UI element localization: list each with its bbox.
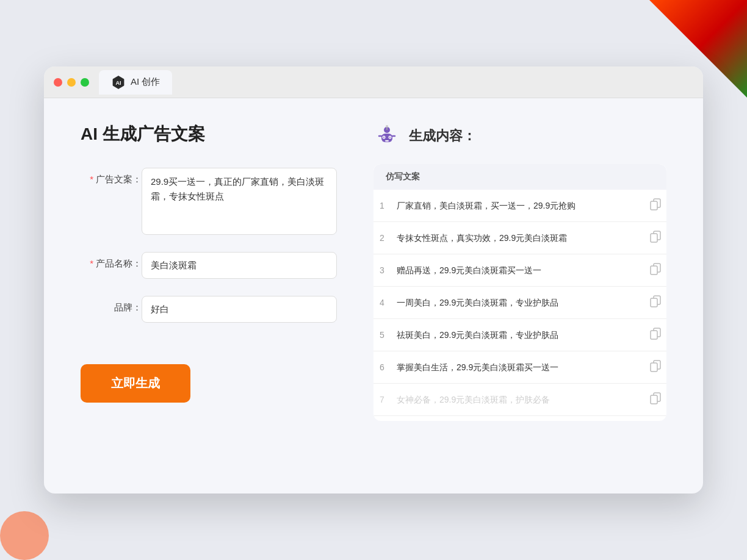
left-panel: AI 生成广告文案 *广告文案： *产品名称： 品牌： 立 <box>81 123 337 469</box>
svg-rect-24 <box>651 363 657 372</box>
maximize-button[interactable] <box>81 78 89 87</box>
svg-rect-20 <box>651 298 657 307</box>
ad-copy-label: *广告文案： <box>81 168 142 185</box>
ad-copy-required: * <box>90 174 93 184</box>
row-text: 女神必备，29.9元美白淡斑霜，护肤必备 <box>391 384 637 416</box>
svg-rect-16 <box>651 234 657 242</box>
svg-rect-14 <box>651 201 657 210</box>
copy-icon[interactable] <box>649 295 662 307</box>
copy-icon[interactable] <box>649 360 662 372</box>
copy-icon[interactable] <box>649 263 662 275</box>
result-row: 1厂家直销，美白淡斑霜，买一送一，29.9元抢购 <box>374 190 666 222</box>
row-text: 赠品再送，29.9元美白淡斑霜买一送一 <box>391 254 637 287</box>
minimize-button[interactable] <box>67 78 76 87</box>
product-name-required: * <box>90 258 93 268</box>
product-name-label: *产品名称： <box>81 252 142 270</box>
copy-icon[interactable] <box>649 231 662 243</box>
row-number: 6 <box>374 351 391 384</box>
result-row: 6掌握美白生活，29.9元美白淡斑霜买一送一 <box>374 351 666 384</box>
svg-point-7 <box>389 137 391 138</box>
browser-window: AI AI 创作 AI 生成广告文案 *广告文案： *产品名称： <box>44 66 703 494</box>
row-number: 1 <box>374 190 391 222</box>
robot-icon <box>374 123 400 149</box>
generate-button[interactable]: 立即生成 <box>81 364 190 403</box>
svg-rect-26 <box>651 395 657 404</box>
svg-text:AI: AI <box>116 79 121 85</box>
row-text: 专抹女性斑点，真实功效，29.9元美白淡斑霜 <box>391 222 637 254</box>
result-title: 生成内容： <box>409 127 476 145</box>
copy-icon[interactable] <box>649 328 662 340</box>
result-table: 1厂家直销，美白淡斑霜，买一送一，29.9元抢购 2专抹女性斑点，真实功效，29… <box>374 190 666 416</box>
close-button[interactable] <box>54 78 62 87</box>
result-row: 3赠品再送，29.9元美白淡斑霜买一送一 <box>374 254 666 287</box>
svg-rect-22 <box>651 331 657 339</box>
result-header: 生成内容： <box>374 123 666 149</box>
row-text: 祛斑美白，29.9元美白淡斑霜，专业护肤品 <box>391 319 637 351</box>
row-text: 掌握美白生活，29.9元美白淡斑霜买一送一 <box>391 351 637 384</box>
ad-copy-group: *广告文案： <box>81 168 337 235</box>
brand-input[interactable] <box>142 296 337 323</box>
svg-point-6 <box>383 137 384 138</box>
result-panel: 仿写文案 1厂家直销，美白淡斑霜，买一送一，29.9元抢购 2专抹女性斑点，真实… <box>374 164 666 421</box>
main-content: AI 生成广告文案 *广告文案： *产品名称： 品牌： 立 <box>44 98 703 494</box>
tab-label: AI 创作 <box>131 76 160 88</box>
svg-point-12 <box>386 125 388 127</box>
svg-rect-18 <box>651 266 657 275</box>
ai-tab-icon: AI <box>111 75 126 90</box>
product-name-input[interactable] <box>142 252 337 279</box>
tab-ai-creation[interactable]: AI AI 创作 <box>99 70 172 95</box>
window-controls <box>54 78 89 87</box>
result-row: 4一周美白，29.9元美白淡斑霜，专业护肤品 <box>374 287 666 319</box>
row-number: 4 <box>374 287 391 319</box>
row-number: 5 <box>374 319 391 351</box>
copy-icon[interactable] <box>649 392 662 404</box>
title-bar: AI AI 创作 <box>44 66 703 98</box>
row-number: 3 <box>374 254 391 287</box>
row-number: 7 <box>374 384 391 416</box>
brand-label: 品牌： <box>81 296 142 314</box>
result-row: 2专抹女性斑点，真实功效，29.9元美白淡斑霜 <box>374 222 666 254</box>
result-row: 5祛斑美白，29.9元美白淡斑霜，专业护肤品 <box>374 319 666 351</box>
page-title: AI 生成广告文案 <box>81 123 337 146</box>
row-text: 厂家直销，美白淡斑霜，买一送一，29.9元抢购 <box>391 190 637 222</box>
row-number: 2 <box>374 222 391 254</box>
svg-rect-8 <box>385 140 389 142</box>
right-panel: 生成内容： 仿写文案 1厂家直销，美白淡斑霜，买一送一，29.9元抢购 2专抹女… <box>374 123 666 469</box>
ad-copy-input[interactable] <box>142 168 337 235</box>
product-name-group: *产品名称： <box>81 252 337 279</box>
result-row: 7女神必备，29.9元美白淡斑霜，护肤必备 <box>374 384 666 416</box>
brand-group: 品牌： <box>81 296 337 323</box>
row-text: 一周美白，29.9元美白淡斑霜，专业护肤品 <box>391 287 637 319</box>
decorative-circle <box>0 511 49 560</box>
result-column-header: 仿写文案 <box>374 164 666 190</box>
copy-icon[interactable] <box>649 198 662 210</box>
